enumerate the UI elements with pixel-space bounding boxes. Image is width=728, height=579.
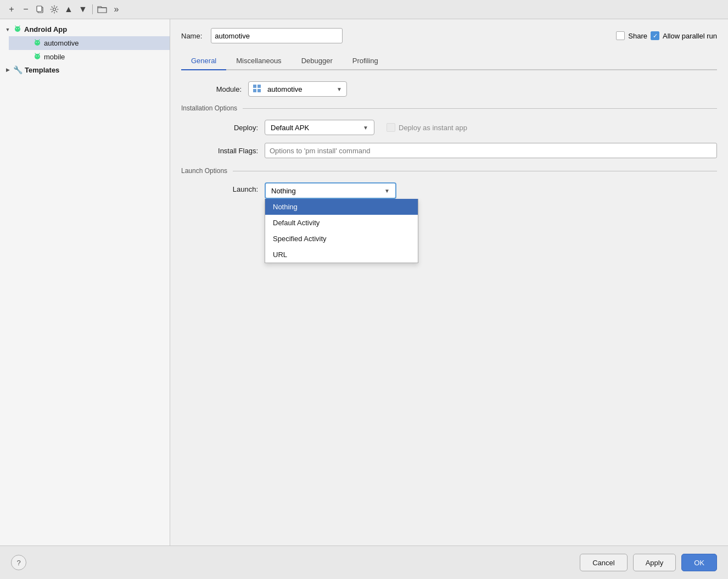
svg-point-17 xyxy=(36,55,37,57)
svg-line-20 xyxy=(39,53,40,54)
module-dropdown-arrow: ▼ xyxy=(337,86,342,92)
name-input[interactable] xyxy=(211,28,343,43)
launch-option-url[interactable]: URL xyxy=(265,247,418,263)
install-flags-label: Install Flags: xyxy=(198,147,258,155)
settings-icon[interactable] xyxy=(48,3,60,15)
installation-options-divider: Installation Options xyxy=(181,104,717,112)
android-app-icon xyxy=(13,24,22,35)
add-icon[interactable]: + xyxy=(5,3,18,15)
instant-app-area: Deploy as instant app xyxy=(387,123,467,132)
toolbar: + − ▲ ▼ » xyxy=(0,0,728,19)
svg-line-7 xyxy=(15,26,16,27)
installation-options-label: Installation Options xyxy=(181,104,237,112)
module-value: automotive xyxy=(267,85,303,93)
tabs-row: General Miscellaneous Debugger Profiling xyxy=(181,52,717,70)
module-row: Module: automotive ▼ xyxy=(181,81,717,97)
svg-rect-22 xyxy=(257,85,261,88)
parallel-checkbox[interactable]: ✓ xyxy=(651,31,659,40)
wrench-icon: 🔧 xyxy=(13,65,23,74)
launch-dropdown[interactable]: Nothing ▼ xyxy=(265,182,396,199)
deploy-row: Deploy: Default APK ▼ Deploy as instant … xyxy=(198,120,717,135)
svg-point-12 xyxy=(38,42,39,43)
help-button[interactable]: ? xyxy=(11,555,26,570)
launch-option-nothing[interactable]: Nothing xyxy=(265,199,418,215)
deploy-value: Default APK xyxy=(271,124,309,132)
share-label: Share xyxy=(628,32,647,40)
up-icon[interactable]: ▲ xyxy=(63,3,75,15)
tree-item-automotive[interactable]: automotive xyxy=(9,36,170,50)
toolbar-separator xyxy=(92,4,93,14)
instant-app-label: Deploy as instant app xyxy=(399,124,467,132)
instant-app-checkbox[interactable] xyxy=(387,123,395,132)
mobile-icon xyxy=(33,52,42,62)
svg-rect-1 xyxy=(37,6,42,12)
ok-button[interactable]: OK xyxy=(681,554,717,571)
tree-arrow-mobile xyxy=(24,54,31,60)
svg-rect-16 xyxy=(36,57,39,59)
launch-option-default-activity[interactable]: Default Activity xyxy=(265,215,418,231)
svg-rect-21 xyxy=(253,85,256,88)
bottom-row: ? Cancel Apply OK xyxy=(0,545,728,579)
share-area: Share ✓ Allow parallel run xyxy=(616,31,717,40)
tab-miscellaneous[interactable]: Miscellaneous xyxy=(226,52,291,70)
svg-line-14 xyxy=(39,40,40,41)
launch-options-divider: Launch Options xyxy=(181,167,717,175)
main-layout: ▼ Android App xyxy=(0,19,728,545)
parallel-label: Allow parallel run xyxy=(663,32,717,40)
tree-arrow-android-app: ▼ xyxy=(4,26,11,33)
left-panel: ▼ Android App xyxy=(0,19,170,545)
launch-row: Launch: Nothing ▼ Nothing Default Activi… xyxy=(198,182,717,199)
svg-point-2 xyxy=(53,8,56,11)
launch-value: Nothing xyxy=(271,187,296,195)
divider-line-1 xyxy=(243,108,717,109)
launch-options-label: Launch Options xyxy=(181,167,227,175)
apply-button[interactable]: Apply xyxy=(633,554,676,571)
svg-rect-23 xyxy=(253,89,256,92)
tree-item-mobile[interactable]: mobile xyxy=(9,50,170,64)
svg-line-13 xyxy=(35,40,36,41)
remove-icon[interactable]: − xyxy=(20,3,32,15)
more-icon[interactable]: » xyxy=(110,3,122,15)
module-icon xyxy=(253,85,261,94)
automotive-icon xyxy=(33,38,42,48)
launch-option-specified-activity[interactable]: Specified Activity xyxy=(265,231,418,247)
module-dropdown[interactable]: automotive ▼ xyxy=(248,81,347,97)
divider-line-2 xyxy=(233,171,717,171)
folder-icon[interactable] xyxy=(96,3,108,15)
share-checkbox[interactable] xyxy=(616,31,625,40)
copy-icon[interactable] xyxy=(34,3,46,15)
tree-item-templates[interactable]: ▶ 🔧 Templates xyxy=(0,64,170,76)
name-label: Name: xyxy=(181,32,202,40)
svg-line-19 xyxy=(35,53,36,54)
tree-label-mobile: mobile xyxy=(44,53,65,61)
deploy-dropdown[interactable]: Default APK ▼ xyxy=(265,120,374,135)
deploy-label: Deploy: xyxy=(198,124,258,132)
tab-profiling[interactable]: Profiling xyxy=(343,52,388,70)
tree-item-android-app[interactable]: ▼ Android App xyxy=(0,23,170,36)
tab-content-general: Module: automotive ▼ Ins xyxy=(181,70,717,545)
down-icon[interactable]: ▼ xyxy=(77,3,89,15)
tree-label-automotive: automotive xyxy=(44,39,79,47)
svg-rect-10 xyxy=(36,43,39,45)
tree-label-templates: Templates xyxy=(25,66,59,74)
launch-dropdown-menu: Nothing Default Activity Specified Activ… xyxy=(265,199,418,263)
tab-debugger[interactable]: Debugger xyxy=(292,52,343,70)
launch-label: Launch: xyxy=(198,185,258,193)
svg-rect-24 xyxy=(257,89,261,92)
tree-label-android-app: Android App xyxy=(24,25,67,34)
cancel-button[interactable]: Cancel xyxy=(580,554,627,571)
svg-point-18 xyxy=(38,55,39,57)
svg-point-11 xyxy=(36,42,37,43)
deploy-dropdown-arrow: ▼ xyxy=(363,125,368,131)
tree-arrow-automotive xyxy=(24,40,31,47)
header-row: Name: Share ✓ Allow parallel run xyxy=(181,28,717,43)
tree-arrow-templates: ▶ xyxy=(4,66,11,73)
install-flags-row: Install Flags: xyxy=(198,143,717,158)
launch-dropdown-wrapper: Nothing ▼ Nothing Default Activity Speci… xyxy=(265,182,396,199)
module-label: Module: xyxy=(181,85,242,93)
svg-line-8 xyxy=(19,26,20,27)
install-flags-input[interactable] xyxy=(265,143,717,158)
right-panel: Name: Share ✓ Allow parallel run General… xyxy=(170,19,728,545)
launch-dropdown-arrow: ▼ xyxy=(384,188,390,194)
tab-general[interactable]: General xyxy=(181,52,226,70)
